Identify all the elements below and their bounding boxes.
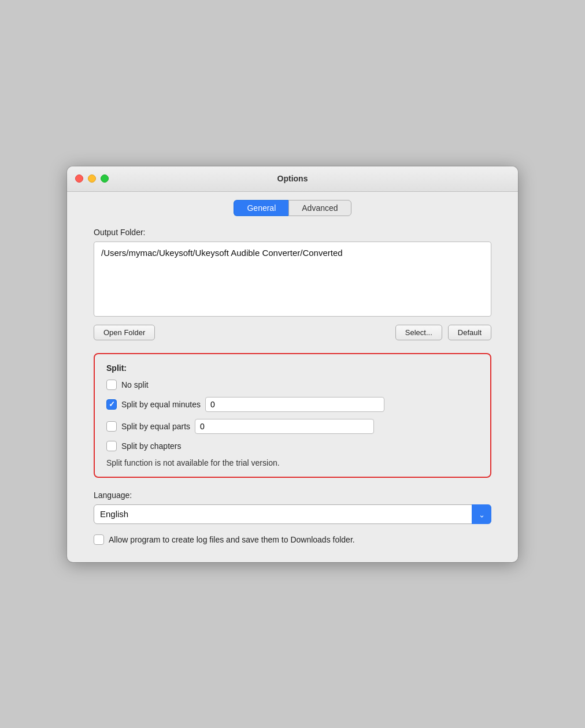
output-folder-label: Output Folder:	[94, 228, 491, 237]
tab-general[interactable]: General	[234, 200, 288, 216]
tab-bar: General Advanced	[67, 192, 518, 222]
split-chapters-label[interactable]: Split by chapters	[121, 441, 182, 451]
main-content: Output Folder: /Users/mymac/Ukeysoft/Uke…	[67, 222, 518, 545]
split-parts-input[interactable]	[195, 419, 374, 434]
log-label[interactable]: Allow program to create log files and sa…	[109, 535, 355, 544]
trial-note: Split function is not available for the …	[106, 458, 479, 467]
window-title: Options	[277, 174, 308, 183]
language-label: Language:	[94, 491, 491, 500]
language-select-wrap: English Chinese French German Spanish Ja…	[94, 504, 491, 524]
close-button[interactable]	[75, 174, 83, 183]
options-window: Options General Advanced Output Folder: …	[67, 166, 518, 562]
split-minutes-input[interactable]	[205, 397, 384, 412]
split-parts-checkbox[interactable]	[106, 421, 117, 432]
titlebar: Options	[67, 166, 518, 192]
split-parts-label[interactable]: Split by equal parts	[121, 422, 190, 431]
window-controls	[75, 174, 109, 183]
no-split-checkbox[interactable]	[106, 380, 117, 390]
no-split-option: No split	[106, 380, 479, 390]
split-section: Split: No split Split by equal minutes S…	[94, 353, 491, 478]
split-minutes-option: Split by equal minutes	[106, 397, 479, 412]
no-split-label[interactable]: No split	[121, 380, 149, 389]
language-section: Language: English Chinese French German …	[94, 491, 491, 524]
btn-left-group: Open Folder	[94, 325, 155, 340]
language-select[interactable]: English Chinese French German Spanish Ja…	[94, 504, 491, 524]
output-folder-input[interactable]: /Users/mymac/Ukeysoft/Ukeysoft Audible C…	[94, 242, 491, 317]
split-chapters-checkbox[interactable]	[106, 441, 117, 451]
default-button[interactable]: Default	[448, 325, 491, 340]
log-option: Allow program to create log files and sa…	[94, 534, 491, 545]
select-button[interactable]: Select...	[395, 325, 442, 340]
tab-advanced[interactable]: Advanced	[288, 200, 351, 216]
log-checkbox[interactable]	[94, 534, 104, 545]
split-title: Split:	[106, 363, 479, 373]
split-minutes-checkbox[interactable]	[106, 399, 117, 410]
btn-right-group: Select... Default	[395, 325, 491, 340]
split-chapters-option: Split by chapters	[106, 441, 479, 451]
minimize-button[interactable]	[88, 174, 96, 183]
folder-button-row: Open Folder Select... Default	[94, 325, 491, 340]
split-parts-option: Split by equal parts	[106, 419, 479, 434]
open-folder-button[interactable]: Open Folder	[94, 325, 155, 340]
split-minutes-label[interactable]: Split by equal minutes	[121, 400, 201, 409]
maximize-button[interactable]	[101, 174, 109, 183]
